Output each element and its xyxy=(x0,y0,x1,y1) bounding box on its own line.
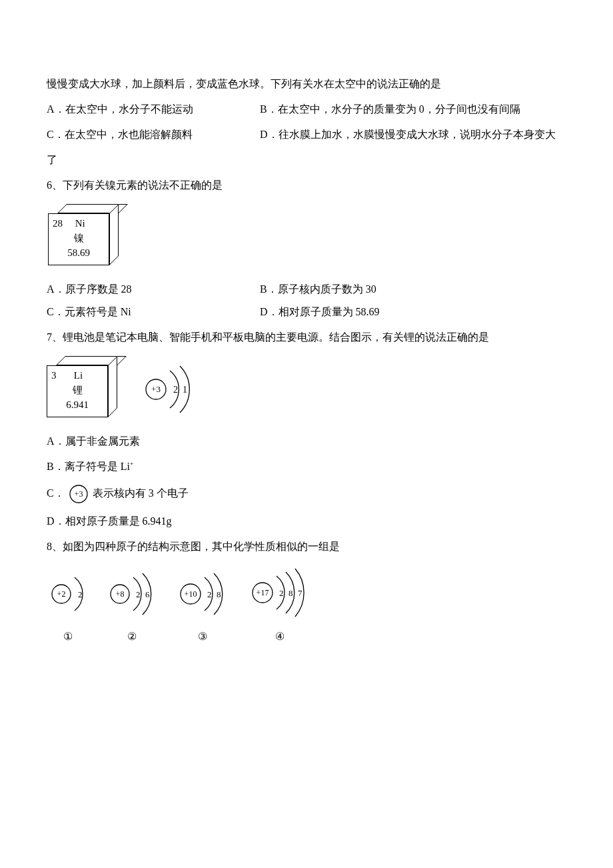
cube-front-face: 28 Ni 镍 58.69 xyxy=(48,213,109,265)
q6-option-b: B．原子核内质子数为 30 xyxy=(260,281,376,297)
q6-row-ab: A．原子序数是 28 B．原子核内质子数为 30 xyxy=(47,281,566,297)
q7-option-c: C． +3 表示核内有 3 个电子 xyxy=(47,484,566,504)
q8-atom-2: +8 2 6 ② xyxy=(107,571,157,645)
q6-stem: 6、下列有关镍元素的说法不正确的是 xyxy=(47,177,566,193)
svg-text:7: 7 xyxy=(298,588,303,598)
svg-text:+3: +3 xyxy=(74,489,83,499)
q8-stem: 8、如图为四种原子的结构示意图，其中化学性质相似的一组是 xyxy=(47,539,566,555)
svg-text:2: 2 xyxy=(136,589,141,599)
q5-row-cd: C．在太空中，水也能溶解颜料 D．往水膜上加水，水膜慢慢变成大水球，说明水分子本… xyxy=(47,127,566,143)
svg-text:2: 2 xyxy=(78,589,83,599)
page: 慢慢变成大水球，加上颜料后，变成蓝色水球。下列有关水在太空中的说法正确的是 A．… xyxy=(0,0,613,868)
q7-option-b-sup: + xyxy=(130,460,133,467)
q7-atom-diagram: +3 2 1 xyxy=(141,363,201,416)
q5-row-ab: A．在太空中，水分子不能运动 B．在太空中，水分子的质量变为 0，分子间也没有间… xyxy=(47,101,566,117)
q8-atom-1: +2 2 ① xyxy=(48,571,88,645)
q7-c-inline-core-icon: +3 xyxy=(69,484,89,504)
q6-row-cd: C．元素符号是 Ni D．相对原子质量为 58.69 xyxy=(47,304,566,320)
q7-element-name: 锂 xyxy=(51,383,103,398)
q7-stem: 7、锂电池是笔记本电脑、智能手机和平板电脑的主要电源。结合图示，有关锂的说法正确… xyxy=(47,329,566,345)
q7-option-b-text: B．离子符号是 Li xyxy=(47,461,130,472)
q6-atomic-number: 28 xyxy=(53,218,63,229)
q8-label-1: ① xyxy=(48,629,88,645)
q6-atomic-mass: 58.69 xyxy=(53,246,105,261)
q7-shell-1: 2 xyxy=(173,385,178,395)
svg-text:2: 2 xyxy=(279,588,284,598)
q8-atom-3: +10 2 8 ③ xyxy=(176,571,229,645)
q7-c-post: 表示核内有 3 个电子 xyxy=(93,487,189,499)
q6-option-c: C．元素符号是 Ni xyxy=(47,304,260,320)
svg-text:+10: +10 xyxy=(185,589,197,599)
q7-atomic-mass: 6.941 xyxy=(51,398,103,413)
svg-text:+17: +17 xyxy=(257,588,269,597)
cube-side-face xyxy=(109,204,119,265)
q5-option-a: A．在太空中，水分子不能运动 xyxy=(47,101,260,117)
q5-option-b: B．在太空中，水分子的质量变为 0，分子间也没有间隔 xyxy=(260,101,566,117)
intro-line: 慢慢变成大水球，加上颜料后，变成蓝色水球。下列有关水在太空中的说法正确的是 xyxy=(47,76,566,92)
q8-atom-4: +17 2 8 7 ④ xyxy=(248,568,312,645)
q7-core-text: +3 xyxy=(151,384,161,394)
svg-text:8: 8 xyxy=(289,588,293,598)
q5-option-d-part2: 了 xyxy=(47,152,566,168)
q7-element-cell: 3 Li 锂 6.941 xyxy=(47,357,127,421)
q7-atomic-number: 3 xyxy=(51,370,57,381)
q6-element-name: 镍 xyxy=(53,231,105,246)
q6-element-symbol: Ni xyxy=(75,218,85,229)
svg-text:6: 6 xyxy=(145,589,150,599)
q6-option-d: D．相对原子质量为 58.69 xyxy=(260,304,380,320)
q6-element-cell: 28 Ni 镍 58.69 xyxy=(48,205,128,269)
q7-element-symbol: Li xyxy=(74,370,83,381)
q7-option-d: D．相对原子质量是 6.941g xyxy=(47,513,566,529)
q8-label-2: ② xyxy=(107,629,157,645)
svg-text:+8: +8 xyxy=(116,589,125,599)
svg-text:2: 2 xyxy=(207,589,212,599)
q5-option-c: C．在太空中，水也能溶解颜料 xyxy=(47,127,260,143)
q5-option-d-part1: D．往水膜上加水，水膜慢慢变成大水球，说明水分子本身变大 xyxy=(260,127,566,143)
q8-figure-row: +2 2 ① +8 2 6 ② +10 2 xyxy=(48,568,566,645)
svg-text:+2: +2 xyxy=(57,589,66,599)
q7-shell-2: 1 xyxy=(183,385,187,395)
q7-figure: 3 Li 锂 6.941 +3 2 1 xyxy=(47,357,566,421)
cube-front-face: 3 Li 锂 6.941 xyxy=(47,365,108,417)
cube-side-face xyxy=(108,356,117,417)
q6-option-a: A．原子序数是 28 xyxy=(47,281,260,297)
q8-label-4: ④ xyxy=(248,629,312,645)
q7-option-a: A．属于非金属元素 xyxy=(47,433,566,449)
q7-option-b: B．离子符号是 Li+ xyxy=(47,459,566,475)
svg-text:8: 8 xyxy=(217,589,221,599)
q7-c-pre: C． xyxy=(47,487,65,499)
q8-label-3: ③ xyxy=(176,629,229,645)
